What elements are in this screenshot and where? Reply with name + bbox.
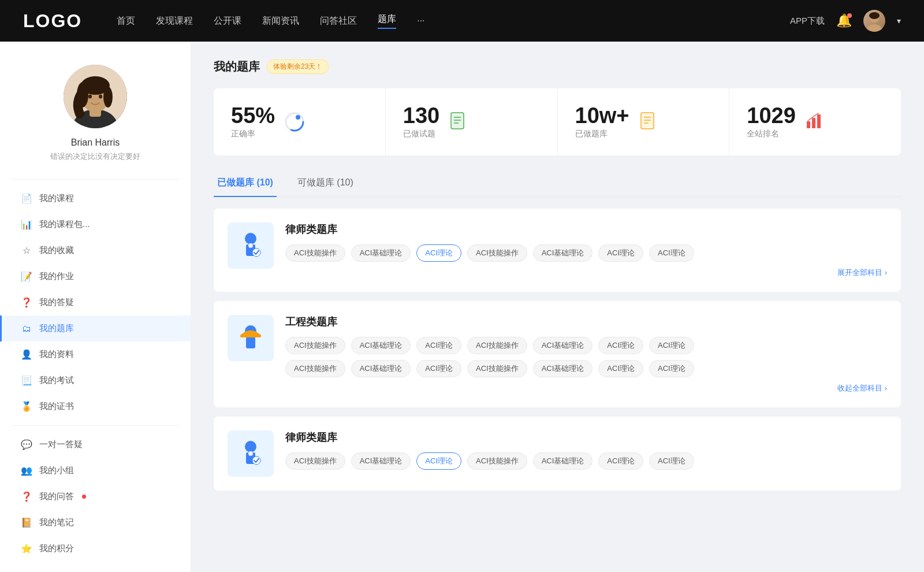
bank-tag[interactable]: ACI基础理论 bbox=[533, 452, 593, 470]
page-title: 我的题库 bbox=[214, 59, 260, 75]
sidebar-item-my-certs[interactable]: 🏅 我的证书 bbox=[0, 393, 191, 419]
bank-tag[interactable]: ACI基础理论 bbox=[351, 360, 411, 377]
bank-tag[interactable]: ACI技能操作 bbox=[467, 452, 527, 470]
bank-tag[interactable]: ACI技能操作 bbox=[467, 244, 527, 262]
sidebar-item-my-exams[interactable]: 📃 我的考试 bbox=[0, 367, 191, 393]
logo: LOGO bbox=[23, 10, 82, 32]
my-group-icon: 👥 bbox=[21, 465, 32, 476]
one-on-one-icon: 💬 bbox=[21, 439, 32, 450]
stat-rank: 1029 全站排名 bbox=[729, 88, 901, 155]
my-exams-icon: 📃 bbox=[21, 375, 32, 386]
bank-tag-highlighted[interactable]: ACI理论 bbox=[416, 244, 461, 262]
svg-rect-20 bbox=[641, 113, 654, 129]
svg-point-11 bbox=[99, 95, 102, 99]
sidebar-item-my-group[interactable]: 👥 我的小组 bbox=[0, 458, 191, 484]
bank-tag[interactable]: ACI理论 bbox=[416, 360, 461, 377]
bank-tag[interactable]: ACI基础理论 bbox=[533, 337, 593, 354]
sidebar-item-my-profile[interactable]: 👤 我的资料 bbox=[0, 341, 191, 367]
sidebar-item-one-on-one[interactable]: 💬 一对一答疑 bbox=[0, 432, 191, 458]
stats-bar: 55% 正确率 130 已做试题 bbox=[214, 88, 901, 155]
tabs: 已做题库 (10) 可做题库 (10) bbox=[214, 169, 901, 197]
bank-section-2: 工程类题库 ACI技能操作 ACI基础理论 ACI理论 ACI技能操作 ACI基… bbox=[214, 301, 901, 407]
my-homework-icon: 📝 bbox=[21, 271, 32, 282]
sidebar-item-my-courses[interactable]: 📄 我的课程 bbox=[0, 185, 191, 211]
nav-open[interactable]: 公开课 bbox=[214, 15, 241, 27]
bank-tag[interactable]: ACI理论 bbox=[598, 337, 643, 354]
svg-rect-25 bbox=[807, 121, 810, 128]
app-download-button[interactable]: APP下载 bbox=[790, 16, 825, 27]
sidebar-item-my-questions[interactable]: ❓ 我的答疑 bbox=[0, 289, 191, 315]
bank-tag[interactable]: ACI基础理论 bbox=[351, 244, 411, 262]
sidebar-item-label: 我的作业 bbox=[39, 271, 74, 282]
bank-tag[interactable]: ACI理论 bbox=[649, 337, 694, 354]
bank-tag[interactable]: ACI基础理论 bbox=[351, 452, 411, 470]
rank-value: 1029 bbox=[747, 105, 796, 127]
bank-tag[interactable]: ACI技能操作 bbox=[285, 337, 345, 354]
avatar-image bbox=[863, 10, 885, 32]
nav-discover[interactable]: 发现课程 bbox=[156, 15, 193, 27]
tab-done[interactable]: 已做题库 (10) bbox=[214, 170, 277, 197]
bank-tag[interactable]: ACI理论 bbox=[649, 244, 694, 262]
bank-tag[interactable]: ACI理论 bbox=[598, 360, 643, 377]
sidebar-item-label: 一对一答疑 bbox=[39, 439, 83, 450]
bank-tag[interactable]: ACI技能操作 bbox=[467, 360, 527, 377]
bank-tag[interactable]: ACI理论 bbox=[598, 452, 643, 470]
my-qbank-icon: 🗂 bbox=[21, 324, 32, 334]
accuracy-value: 55% bbox=[231, 105, 275, 127]
sidebar-item-label: 我的答疑 bbox=[39, 297, 74, 308]
sidebar: Brian Harris 错误的决定比没有决定要好 📄 我的课程 📊 我的课程包… bbox=[0, 42, 191, 572]
my-favorites-icon: ☆ bbox=[21, 245, 32, 256]
sidebar-item-my-homework[interactable]: 📝 我的作业 bbox=[0, 263, 191, 289]
bank-tag[interactable]: ACI技能操作 bbox=[285, 452, 345, 470]
avatar[interactable] bbox=[863, 10, 885, 32]
bank-expand-1[interactable]: 展开全部科目 › bbox=[285, 268, 887, 278]
bell-button[interactable]: 🔔 bbox=[836, 13, 852, 28]
main-layout: Brian Harris 错误的决定比没有决定要好 📄 我的课程 📊 我的课程包… bbox=[0, 0, 924, 572]
bank-tags-3: ACI技能操作 ACI基础理论 ACI理论 ACI技能操作 ACI基础理论 AC… bbox=[285, 452, 887, 470]
bank-icon-wrap-1 bbox=[228, 222, 274, 269]
nav-home[interactable]: 首页 bbox=[117, 15, 135, 27]
tab-todo[interactable]: 可做题库 (10) bbox=[294, 170, 357, 197]
sidebar-item-my-qbank[interactable]: 🗂 我的题库 bbox=[0, 315, 191, 341]
bank-tag[interactable]: ACI理论 bbox=[649, 452, 694, 470]
sidebar-item-label: 我的积分 bbox=[39, 543, 74, 554]
sidebar-item-my-favorites[interactable]: ☆ 我的收藏 bbox=[0, 237, 191, 263]
sidebar-item-my-packages[interactable]: 📊 我的课程包... bbox=[0, 211, 191, 237]
bank-tag[interactable]: ACI基础理论 bbox=[533, 244, 593, 262]
bank-tag[interactable]: ACI技能操作 bbox=[285, 244, 345, 262]
my-courses-icon: 📄 bbox=[21, 193, 32, 204]
nav-qbank[interactable]: 题库 bbox=[378, 13, 396, 29]
nav-qa[interactable]: 问答社区 bbox=[320, 15, 357, 27]
navbar: LOGO 首页 发现课程 公开课 新闻资讯 问答社区 题库 ··· APP下载 … bbox=[0, 0, 924, 42]
svg-point-35 bbox=[245, 441, 256, 452]
bank-tag[interactable]: ACI理论 bbox=[649, 360, 694, 377]
sidebar-item-my-notes[interactable]: 📔 我的笔记 bbox=[0, 510, 191, 536]
bank-tag-highlighted[interactable]: ACI理论 bbox=[416, 452, 461, 470]
done-questions-icon bbox=[449, 111, 468, 133]
sidebar-item-label: 我的考试 bbox=[39, 375, 74, 386]
nav-more[interactable]: ··· bbox=[417, 16, 424, 26]
bank-header-1: 律师类题库 ACI技能操作 ACI基础理论 ACI理论 ACI技能操作 ACI基… bbox=[228, 222, 887, 278]
sidebar-item-my-answers[interactable]: ❓ 我的问答 bbox=[0, 484, 191, 510]
sidebar-item-my-points[interactable]: ⭐ 我的积分 bbox=[0, 536, 191, 562]
bank-tag[interactable]: ACI理论 bbox=[416, 337, 461, 354]
main-content: 我的题库 体验剩余23天！ 55% 正确率 bbox=[191, 42, 924, 572]
bank-tag[interactable]: ACI理论 bbox=[598, 244, 643, 262]
svg-rect-15 bbox=[451, 113, 464, 129]
svg-point-2 bbox=[869, 12, 880, 19]
svg-rect-26 bbox=[812, 118, 815, 128]
bank-tag[interactable]: ACI技能操作 bbox=[285, 360, 345, 377]
nav-news[interactable]: 新闻资讯 bbox=[262, 15, 299, 27]
bank-header-3: 律师类题库 ACI技能操作 ACI基础理论 ACI理论 ACI技能操作 ACI基… bbox=[228, 430, 887, 477]
my-packages-icon: 📊 bbox=[21, 219, 32, 230]
bank-tag[interactable]: ACI基础理论 bbox=[351, 337, 411, 354]
trial-badge: 体验剩余23天！ bbox=[267, 60, 329, 74]
sidebar-motto: 错误的决定比没有决定要好 bbox=[50, 151, 140, 162]
my-notes-icon: 📔 bbox=[21, 517, 32, 528]
bank-tag[interactable]: ACI技能操作 bbox=[467, 337, 527, 354]
avatar-chevron-icon[interactable]: ▾ bbox=[897, 16, 901, 25]
bank-collapse-2[interactable]: 收起全部科目 › bbox=[285, 383, 887, 393]
rank-icon bbox=[805, 111, 825, 133]
bank-tags-row1-2: ACI技能操作 ACI基础理论 ACI理论 ACI技能操作 ACI基础理论 AC… bbox=[285, 337, 887, 354]
bank-tag[interactable]: ACI基础理论 bbox=[533, 360, 593, 377]
